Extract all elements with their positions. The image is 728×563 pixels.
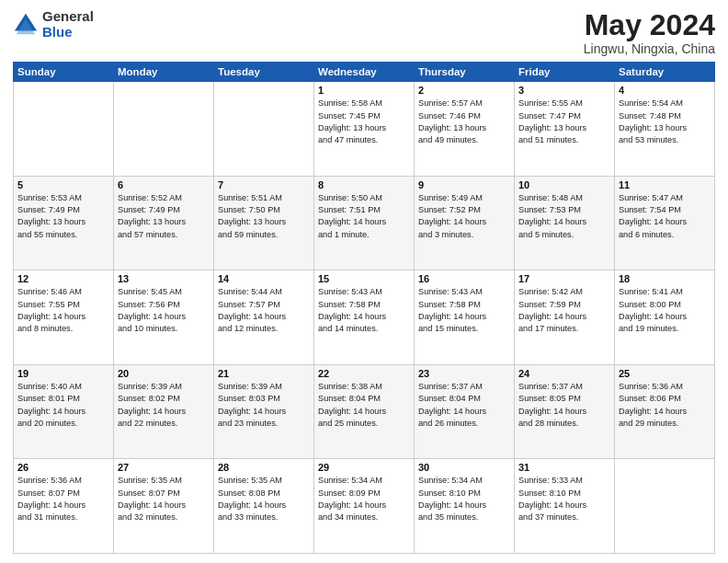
table-cell: 12Sunrise: 5:46 AM Sunset: 7:55 PM Dayli…	[14, 270, 114, 365]
day-number: 2	[418, 85, 510, 96]
day-info: Sunrise: 5:55 AM Sunset: 7:47 PM Dayligh…	[518, 98, 610, 146]
day-number: 17	[518, 273, 610, 284]
title-block: May 2024 Lingwu, Ningxia, China	[584, 9, 715, 56]
day-info: Sunrise: 5:53 AM Sunset: 7:49 PM Dayligh…	[17, 192, 109, 241]
table-cell: 4Sunrise: 5:54 AM Sunset: 7:48 PM Daylig…	[615, 82, 715, 177]
table-cell	[615, 459, 715, 554]
calendar-title: May 2024	[584, 9, 715, 41]
table-row: 19Sunrise: 5:40 AM Sunset: 8:01 PM Dayli…	[14, 364, 715, 459]
table-cell: 18Sunrise: 5:41 AM Sunset: 8:00 PM Dayli…	[615, 270, 715, 365]
table-cell: 3Sunrise: 5:55 AM Sunset: 7:47 PM Daylig…	[515, 82, 615, 177]
day-info: Sunrise: 5:42 AM Sunset: 7:59 PM Dayligh…	[518, 286, 610, 335]
table-cell	[14, 82, 114, 177]
table-cell: 5Sunrise: 5:53 AM Sunset: 7:49 PM Daylig…	[14, 176, 114, 270]
day-info: Sunrise: 5:43 AM Sunset: 7:58 PM Dayligh…	[318, 286, 410, 335]
table-cell: 31Sunrise: 5:33 AM Sunset: 8:10 PM Dayli…	[515, 459, 615, 554]
table-row: 12Sunrise: 5:46 AM Sunset: 7:55 PM Dayli…	[14, 270, 715, 365]
table-cell: 22Sunrise: 5:38 AM Sunset: 8:04 PM Dayli…	[314, 364, 415, 459]
day-number: 11	[619, 179, 711, 190]
table-cell: 28Sunrise: 5:35 AM Sunset: 8:08 PM Dayli…	[214, 459, 314, 554]
day-number: 27	[118, 462, 210, 473]
header: General Blue May 2024 Lingwu, Ningxia, C…	[13, 9, 715, 56]
table-cell: 24Sunrise: 5:37 AM Sunset: 8:05 PM Dayli…	[515, 364, 615, 459]
col-thursday: Thursday	[415, 63, 515, 82]
table-cell: 1Sunrise: 5:58 AM Sunset: 7:45 PM Daylig…	[314, 82, 415, 177]
day-info: Sunrise: 5:49 AM Sunset: 7:52 PM Dayligh…	[418, 192, 510, 241]
table-cell: 11Sunrise: 5:47 AM Sunset: 7:54 PM Dayli…	[615, 176, 715, 270]
day-info: Sunrise: 5:48 AM Sunset: 7:53 PM Dayligh…	[518, 192, 610, 241]
table-cell: 17Sunrise: 5:42 AM Sunset: 7:59 PM Dayli…	[515, 270, 615, 365]
table-cell: 29Sunrise: 5:34 AM Sunset: 8:09 PM Dayli…	[314, 459, 415, 554]
day-number: 29	[318, 462, 410, 473]
table-cell: 6Sunrise: 5:52 AM Sunset: 7:49 PM Daylig…	[114, 176, 214, 270]
table-cell	[214, 82, 314, 177]
day-info: Sunrise: 5:40 AM Sunset: 8:01 PM Dayligh…	[17, 381, 109, 430]
day-info: Sunrise: 5:37 AM Sunset: 8:04 PM Dayligh…	[418, 381, 510, 430]
day-info: Sunrise: 5:39 AM Sunset: 8:03 PM Dayligh…	[218, 381, 310, 430]
table-cell: 20Sunrise: 5:39 AM Sunset: 8:02 PM Dayli…	[114, 364, 214, 459]
day-info: Sunrise: 5:41 AM Sunset: 8:00 PM Dayligh…	[619, 286, 711, 335]
table-cell: 30Sunrise: 5:34 AM Sunset: 8:10 PM Dayli…	[415, 459, 515, 554]
day-info: Sunrise: 5:43 AM Sunset: 7:58 PM Dayligh…	[418, 286, 510, 335]
col-sunday: Sunday	[14, 63, 114, 82]
logo-text: General Blue	[42, 9, 94, 40]
day-number: 26	[17, 462, 109, 473]
table-cell: 25Sunrise: 5:36 AM Sunset: 8:06 PM Dayli…	[615, 364, 715, 459]
table-cell: 13Sunrise: 5:45 AM Sunset: 7:56 PM Dayli…	[114, 270, 214, 365]
logo-general-text: General	[42, 9, 94, 25]
day-number: 15	[318, 273, 410, 284]
day-number: 20	[118, 368, 210, 379]
day-info: Sunrise: 5:35 AM Sunset: 8:08 PM Dayligh…	[218, 475, 310, 523]
day-number: 7	[218, 179, 310, 190]
page: General Blue May 2024 Lingwu, Ningxia, C…	[0, 0, 728, 563]
table-cell: 7Sunrise: 5:51 AM Sunset: 7:50 PM Daylig…	[214, 176, 314, 270]
day-info: Sunrise: 5:39 AM Sunset: 8:02 PM Dayligh…	[118, 381, 210, 430]
day-number: 10	[518, 179, 610, 190]
table-cell: 27Sunrise: 5:35 AM Sunset: 8:07 PM Dayli…	[114, 459, 214, 554]
col-monday: Monday	[114, 63, 214, 82]
day-number: 13	[118, 273, 210, 284]
table-cell: 9Sunrise: 5:49 AM Sunset: 7:52 PM Daylig…	[415, 176, 515, 270]
table-row: 5Sunrise: 5:53 AM Sunset: 7:49 PM Daylig…	[14, 176, 715, 270]
day-info: Sunrise: 5:36 AM Sunset: 8:07 PM Dayligh…	[17, 475, 109, 523]
day-info: Sunrise: 5:57 AM Sunset: 7:46 PM Dayligh…	[418, 98, 510, 146]
day-number: 6	[118, 179, 210, 190]
table-row: 1Sunrise: 5:58 AM Sunset: 7:45 PM Daylig…	[14, 82, 715, 177]
day-info: Sunrise: 5:38 AM Sunset: 8:04 PM Dayligh…	[318, 381, 410, 430]
day-number: 30	[418, 462, 510, 473]
day-number: 4	[619, 85, 711, 96]
day-info: Sunrise: 5:45 AM Sunset: 7:56 PM Dayligh…	[118, 286, 210, 335]
logo-icon	[13, 12, 39, 38]
table-cell: 21Sunrise: 5:39 AM Sunset: 8:03 PM Dayli…	[214, 364, 314, 459]
table-cell: 15Sunrise: 5:43 AM Sunset: 7:58 PM Dayli…	[314, 270, 415, 365]
day-number: 14	[218, 273, 310, 284]
day-info: Sunrise: 5:58 AM Sunset: 7:45 PM Dayligh…	[318, 98, 410, 146]
table-cell: 14Sunrise: 5:44 AM Sunset: 7:57 PM Dayli…	[214, 270, 314, 365]
day-number: 21	[218, 368, 310, 379]
day-number: 8	[318, 179, 410, 190]
table-row: 26Sunrise: 5:36 AM Sunset: 8:07 PM Dayli…	[14, 459, 715, 554]
table-cell: 10Sunrise: 5:48 AM Sunset: 7:53 PM Dayli…	[515, 176, 615, 270]
logo: General Blue	[13, 9, 94, 40]
day-info: Sunrise: 5:50 AM Sunset: 7:51 PM Dayligh…	[318, 192, 410, 241]
day-number: 18	[619, 273, 711, 284]
day-info: Sunrise: 5:51 AM Sunset: 7:50 PM Dayligh…	[218, 192, 310, 241]
day-info: Sunrise: 5:34 AM Sunset: 8:09 PM Dayligh…	[318, 475, 410, 523]
day-number: 24	[518, 368, 610, 379]
day-info: Sunrise: 5:37 AM Sunset: 8:05 PM Dayligh…	[518, 381, 610, 430]
day-number: 19	[17, 368, 109, 379]
day-info: Sunrise: 5:52 AM Sunset: 7:49 PM Dayligh…	[118, 192, 210, 241]
day-number: 3	[518, 85, 610, 96]
day-info: Sunrise: 5:54 AM Sunset: 7:48 PM Dayligh…	[619, 98, 711, 146]
day-info: Sunrise: 5:33 AM Sunset: 8:10 PM Dayligh…	[518, 475, 610, 523]
day-info: Sunrise: 5:46 AM Sunset: 7:55 PM Dayligh…	[17, 286, 109, 335]
table-cell: 19Sunrise: 5:40 AM Sunset: 8:01 PM Dayli…	[14, 364, 114, 459]
day-number: 9	[418, 179, 510, 190]
table-cell: 23Sunrise: 5:37 AM Sunset: 8:04 PM Dayli…	[415, 364, 515, 459]
day-number: 12	[17, 273, 109, 284]
day-info: Sunrise: 5:44 AM Sunset: 7:57 PM Dayligh…	[218, 286, 310, 335]
day-number: 25	[619, 368, 711, 379]
day-info: Sunrise: 5:34 AM Sunset: 8:10 PM Dayligh…	[418, 475, 510, 523]
day-number: 22	[318, 368, 410, 379]
day-number: 1	[318, 85, 410, 96]
